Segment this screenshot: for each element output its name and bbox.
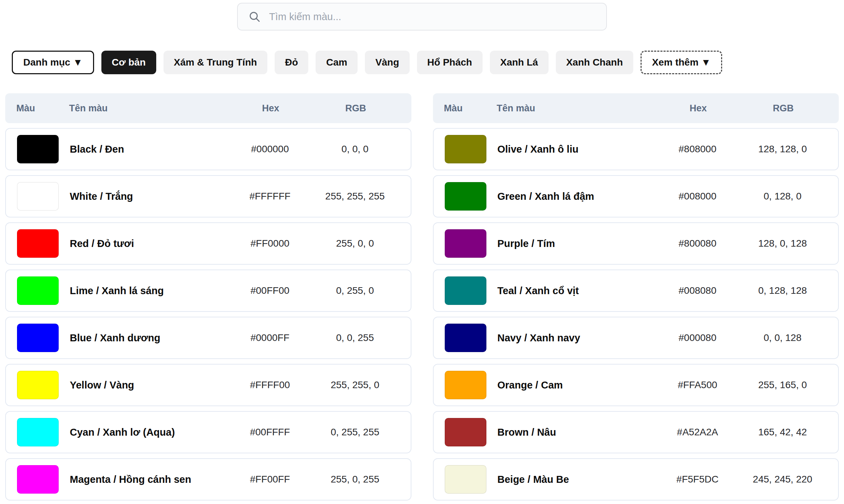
- color-name: Magenta / Hồng cánh sen: [70, 474, 234, 485]
- color-rgb: 0, 255, 0: [307, 285, 404, 296]
- color-rgb: 0, 0, 255: [307, 332, 404, 343]
- color-hex: #000080: [661, 332, 734, 343]
- color-row: Brown / Nâu #A52A2A 165, 42, 42: [433, 411, 839, 453]
- swatch-cell: [17, 229, 70, 258]
- color-hex: #A52A2A: [661, 427, 734, 438]
- color-row: Purple / Tím #800080 128, 0, 128: [433, 222, 839, 265]
- color-row: Orange / Cam #FFA500 255, 165, 0: [433, 364, 839, 406]
- color-rgb: 0, 255, 255: [307, 427, 404, 438]
- color-name: Red / Đỏ tươi: [70, 238, 234, 249]
- color-hex: #808000: [661, 144, 734, 155]
- search-bar: [237, 3, 607, 31]
- color-swatch: [17, 371, 59, 399]
- color-row: Cyan / Xanh lơ (Aqua) #00FFFF 0, 255, 25…: [5, 411, 411, 453]
- swatch-cell: [445, 324, 498, 352]
- color-name: Blue / Xanh dương: [70, 332, 234, 344]
- table-header: Màu Tên màu Hex RGB: [433, 93, 839, 123]
- color-tables: Màu Tên màu Hex RGB Black / Đen #000000 …: [0, 93, 844, 504]
- color-hex: #008000: [661, 191, 734, 202]
- category-chip[interactable]: Xanh Lá: [490, 51, 549, 74]
- swatch-cell: [17, 418, 70, 446]
- color-name: Navy / Xanh navy: [498, 332, 661, 344]
- swatch-cell: [17, 371, 70, 399]
- color-hex: #FF0000: [234, 238, 307, 249]
- swatch-cell: [17, 324, 70, 352]
- color-hex: #00FFFF: [234, 427, 307, 438]
- color-swatch: [17, 465, 59, 494]
- table-body: Black / Đen #000000 0, 0, 0 White / Trắn…: [5, 128, 411, 501]
- color-row: Olive / Xanh ô liu #808000 128, 128, 0: [433, 128, 839, 170]
- more-dropdown-button[interactable]: Xem thêm ▼: [641, 51, 722, 74]
- color-name: Yellow / Vàng: [70, 379, 234, 391]
- swatch-cell: [17, 135, 70, 163]
- color-hex: #0000FF: [234, 332, 307, 343]
- category-dropdown-button[interactable]: Danh mục ▼: [12, 51, 94, 74]
- color-hex: #008080: [661, 285, 734, 296]
- color-rgb: 255, 255, 0: [307, 379, 404, 391]
- color-swatch: [445, 371, 486, 399]
- category-chip[interactable]: Xám & Trung Tính: [164, 51, 268, 74]
- color-hex: #FFFFFF: [234, 191, 307, 202]
- header-name: Tên màu: [497, 103, 662, 114]
- header-hex: Hex: [234, 103, 307, 114]
- color-swatch: [445, 229, 486, 258]
- header-rgb: RGB: [735, 103, 832, 114]
- swatch-cell: [445, 371, 498, 399]
- swatch-cell: [445, 465, 498, 494]
- category-chip[interactable]: Vàng: [365, 51, 409, 74]
- color-reference-page: Danh mục ▼ Cơ bản Xám & Trung Tính Đỏ Ca…: [0, 3, 844, 504]
- header-color: Màu: [16, 103, 69, 114]
- color-swatch: [445, 418, 486, 446]
- color-name: Olive / Xanh ô liu: [498, 144, 661, 155]
- category-chip[interactable]: Cam: [316, 51, 358, 74]
- category-chip[interactable]: Hổ Phách: [417, 51, 483, 74]
- color-hex: #FF00FF: [234, 474, 307, 485]
- color-row: White / Trắng #FFFFFF 255, 255, 255: [5, 175, 411, 217]
- category-chip[interactable]: Xanh Chanh: [556, 51, 633, 74]
- category-chip[interactable]: Cơ bản: [101, 51, 156, 74]
- header-hex: Hex: [662, 103, 735, 114]
- color-swatch: [17, 418, 59, 446]
- category-chips: Cơ bản Xám & Trung Tính Đỏ Cam Vàng Hổ P…: [101, 51, 633, 74]
- swatch-cell: [17, 465, 70, 494]
- swatch-cell: [445, 276, 498, 305]
- search-input[interactable]: [268, 3, 596, 30]
- swatch-cell: [445, 229, 498, 258]
- color-name: Lime / Xanh lá sáng: [70, 285, 234, 297]
- color-name: Beige / Màu Be: [498, 474, 661, 485]
- color-rgb: 255, 255, 255: [307, 191, 404, 202]
- swatch-cell: [17, 182, 70, 211]
- color-name: Green / Xanh lá đậm: [498, 191, 661, 202]
- color-hex: #00FF00: [234, 285, 307, 296]
- color-rgb: 165, 42, 42: [734, 427, 831, 438]
- color-rgb: 255, 165, 0: [734, 379, 831, 391]
- swatch-cell: [445, 418, 498, 446]
- color-hex: #000000: [234, 144, 307, 155]
- color-name: Brown / Nâu: [498, 427, 661, 438]
- color-rgb: 0, 0, 0: [307, 144, 404, 155]
- swatch-cell: [17, 276, 70, 305]
- category-chip[interactable]: Đỏ: [275, 51, 308, 74]
- color-name: Purple / Tím: [498, 238, 661, 249]
- color-hex: #F5F5DC: [661, 474, 734, 485]
- table-body: Olive / Xanh ô liu #808000 128, 128, 0 G…: [433, 128, 839, 501]
- color-rgb: 245, 245, 220: [734, 474, 831, 485]
- color-row: Teal / Xanh cổ vịt #008080 0, 128, 128: [433, 270, 839, 312]
- color-hex: #FFFF00: [234, 379, 307, 391]
- swatch-cell: [445, 135, 498, 163]
- filter-toolbar: Danh mục ▼ Cơ bản Xám & Trung Tính Đỏ Ca…: [0, 51, 844, 74]
- color-swatch: [445, 276, 486, 305]
- swatch-cell: [445, 182, 498, 211]
- color-row: Navy / Xanh navy #000080 0, 0, 128: [433, 317, 839, 359]
- color-row: Black / Đen #000000 0, 0, 0: [5, 128, 411, 170]
- color-swatch: [445, 182, 486, 211]
- color-swatch: [17, 324, 59, 352]
- color-row: Beige / Màu Be #F5F5DC 245, 245, 220: [433, 458, 839, 501]
- color-row: Green / Xanh lá đậm #008000 0, 128, 0: [433, 175, 839, 217]
- color-swatch: [445, 135, 486, 163]
- color-hex: #800080: [661, 238, 734, 249]
- color-name: Orange / Cam: [498, 379, 661, 391]
- color-swatch: [17, 135, 59, 163]
- color-row: Yellow / Vàng #FFFF00 255, 255, 0: [5, 364, 411, 406]
- color-row: Blue / Xanh dương #0000FF 0, 0, 255: [5, 317, 411, 359]
